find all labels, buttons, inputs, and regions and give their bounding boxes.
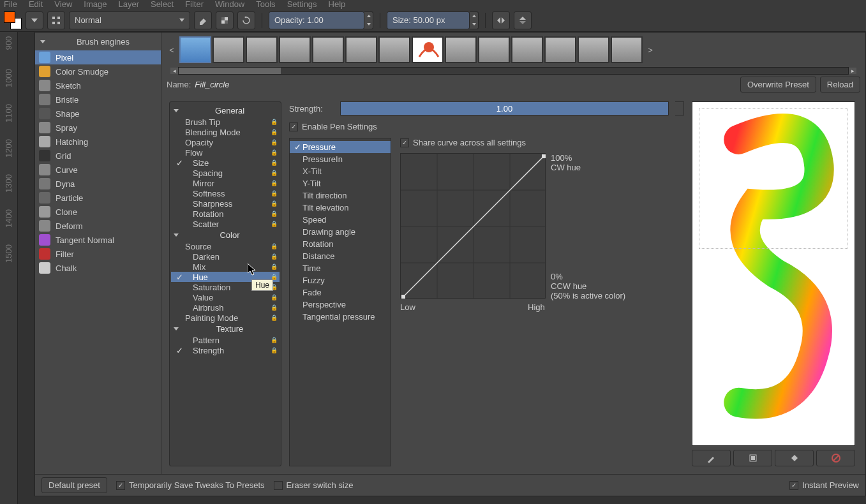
sensor-item-y-tilt[interactable]: Y-Tilt	[290, 177, 391, 189]
sensor-item-fade[interactable]: Fade	[290, 286, 391, 299]
sensor-item-tilt-elevation[interactable]: Tilt elevation	[290, 202, 391, 214]
setting-item-airbrush[interactable]: Airbrush🔒	[171, 302, 280, 313]
sensor-item-pressure[interactable]: ✓Pressure	[290, 141, 391, 153]
curve-canvas[interactable]	[400, 153, 546, 299]
engine-item-tangent-normal[interactable]: Tangent Normal	[35, 233, 161, 247]
preset-thumb[interactable]	[279, 36, 311, 63]
setting-item-rotation[interactable]: Rotation🔒	[171, 209, 280, 219]
menu-item-help[interactable]: Help	[329, 0, 346, 9]
preset-strip-prev[interactable]: <	[167, 45, 177, 55]
preset-name-value[interactable]: Fill_circle	[195, 80, 736, 89]
preset-scrollbar-thumb[interactable]	[179, 68, 281, 74]
preset-thumb[interactable]	[312, 36, 344, 63]
setting-item-source[interactable]: Source🔒	[171, 241, 280, 251]
opacity-stepper[interactable]	[364, 11, 373, 29]
setting-item-mix[interactable]: Mix🔒	[171, 262, 280, 272]
setting-item-softness[interactable]: Softness🔒	[171, 188, 280, 198]
preview-brush-button[interactable]	[692, 450, 731, 466]
preset-thumb[interactable]	[213, 36, 244, 63]
mirror-horizontal-button[interactable]	[492, 11, 510, 29]
menu-item-view[interactable]: View	[54, 0, 72, 9]
strength-slider[interactable]: 1.00	[340, 101, 669, 115]
share-curve-checkbox[interactable]: ✓	[400, 138, 409, 147]
sensor-item-tangential-pressure[interactable]: Tangential pressure	[290, 311, 391, 323]
preset-thumb[interactable]	[246, 36, 278, 63]
engine-item-filter[interactable]: Filter	[35, 247, 161, 261]
menu-item-layer[interactable]: Layer	[118, 0, 139, 9]
blending-mode-select[interactable]: Normal	[69, 11, 190, 29]
size-stepper[interactable]	[470, 11, 479, 29]
reload-preset-button[interactable]	[237, 11, 255, 29]
engine-item-sketch[interactable]: Sketch	[35, 78, 161, 93]
setting-item-spacing[interactable]: Spacing🔒	[171, 168, 280, 178]
preset-scrollbar-right[interactable]: ▸	[849, 68, 856, 74]
preview-bucket-button[interactable]	[775, 450, 814, 466]
menu-item-file[interactable]: File	[4, 0, 17, 9]
reload-preset-button-2[interactable]: Reload	[820, 77, 860, 93]
setting-item-opacity[interactable]: Opacity🔒	[171, 137, 280, 147]
preset-thumb[interactable]	[412, 36, 444, 63]
engine-item-bristle[interactable]: Bristle	[35, 93, 161, 107]
setting-item-brush-tip[interactable]: Brush Tip🔒	[171, 117, 280, 127]
setting-item-flow[interactable]: Flow🔒	[171, 147, 280, 158]
brush-settings-button[interactable]	[47, 11, 65, 29]
preset-thumb[interactable]	[345, 36, 377, 63]
color-swatches[interactable]	[4, 11, 22, 29]
setting-item-scatter[interactable]: Scatter🔒	[171, 219, 280, 229]
sensor-item-x-tilt[interactable]: X-Tilt	[290, 165, 391, 177]
preset-thumb[interactable]	[478, 36, 510, 63]
default-preset-button[interactable]: Default preset	[41, 477, 107, 493]
settings-header[interactable]: Texture	[171, 323, 280, 335]
setting-item-size[interactable]: ✓Size🔒	[171, 158, 280, 168]
preset-scrollbar[interactable]: ◂ ▸	[178, 67, 849, 75]
sensor-item-time[interactable]: Time	[290, 262, 391, 274]
preset-strip-next[interactable]: >	[645, 45, 655, 55]
setting-item-blending-mode[interactable]: Blending Mode🔒	[171, 127, 280, 137]
mirror-vertical-button[interactable]	[514, 11, 532, 29]
engine-item-spray[interactable]: Spray	[35, 121, 161, 135]
setting-item-painting-mode[interactable]: Painting Mode🔒	[171, 313, 280, 323]
engine-item-color-smudge[interactable]: Color Smudge	[35, 64, 161, 78]
setting-item-strength[interactable]: ✓Strength🔒	[171, 345, 280, 355]
setting-item-darken[interactable]: Darken🔒	[171, 251, 280, 262]
enable-pen-checkbox[interactable]: ✓	[289, 122, 298, 131]
eraser-mode-button[interactable]	[194, 11, 212, 29]
opacity-slider[interactable]: Opacity: 1.00	[269, 11, 364, 29]
preset-thumb[interactable]	[544, 36, 576, 63]
sensor-item-rotation[interactable]: Rotation	[290, 238, 391, 250]
engine-item-shape[interactable]: Shape	[35, 107, 161, 121]
temp-save-checkbox[interactable]: ✓	[116, 481, 125, 490]
setting-item-pattern[interactable]: Pattern🔒	[171, 335, 280, 345]
settings-header[interactable]: Color	[171, 229, 280, 241]
preset-thumb[interactable]	[179, 36, 211, 63]
menu-item-window[interactable]: Window	[215, 0, 244, 9]
brush-engines-header[interactable]: Brush engines	[35, 33, 161, 50]
settings-header[interactable]: General	[171, 105, 280, 117]
engine-item-hatching[interactable]: Hatching	[35, 135, 161, 149]
engine-item-deform[interactable]: Deform	[35, 219, 161, 233]
sensor-item-drawing-angle[interactable]: Drawing angle	[290, 226, 391, 238]
engine-item-clone[interactable]: Clone	[35, 205, 161, 219]
engine-item-dyna[interactable]: Dyna	[35, 177, 161, 191]
engine-item-curve[interactable]: Curve	[35, 163, 161, 177]
menu-item-select[interactable]: Select	[151, 0, 174, 9]
preset-thumb[interactable]	[378, 36, 410, 63]
preset-thumb[interactable]	[445, 36, 477, 63]
brush-preview-canvas[interactable]	[692, 101, 855, 446]
engine-item-grid[interactable]: Grid	[35, 149, 161, 163]
preset-thumb[interactable]	[611, 36, 643, 63]
engine-item-chalk[interactable]: Chalk	[35, 261, 161, 275]
menu-item-settings[interactable]: Settings	[287, 0, 317, 9]
preset-thumb[interactable]	[578, 36, 609, 63]
menu-item-tools[interactable]: Tools	[256, 0, 275, 9]
engine-item-pixel[interactable]: Pixel	[35, 50, 161, 64]
setting-item-sharpness[interactable]: Sharpness🔒	[171, 198, 280, 209]
eraser-switch-checkbox[interactable]	[274, 481, 283, 490]
preview-clear-button[interactable]	[816, 450, 855, 466]
strength-stepper[interactable]	[675, 101, 684, 115]
menu-item-filter[interactable]: Filter	[185, 0, 204, 9]
size-slider[interactable]: Size: 50.00 px	[387, 11, 470, 29]
preset-thumb[interactable]	[511, 36, 543, 63]
sensor-item-speed[interactable]: Speed	[290, 214, 391, 226]
menu-item-image[interactable]: Image	[84, 0, 107, 9]
